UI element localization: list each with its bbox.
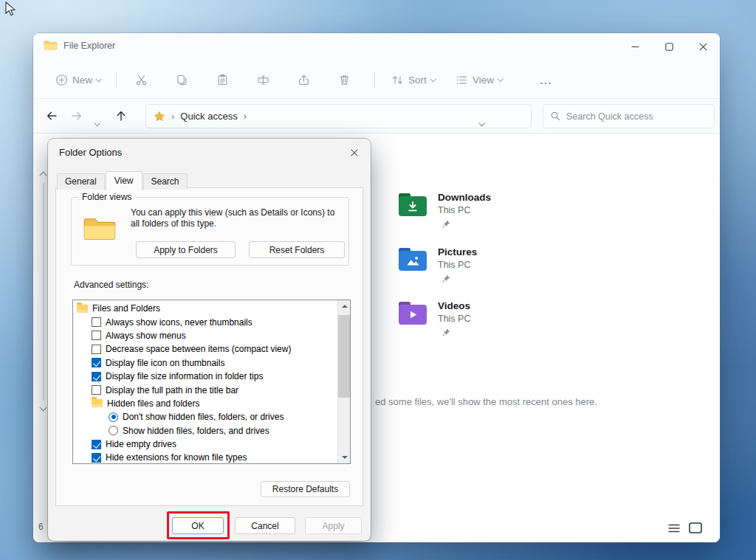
folder-views-description: You can apply this view (such as Details… [131, 207, 343, 229]
maximize-button[interactable] [652, 33, 686, 61]
advanced-setting-label: Always show icons, never thumbnails [106, 317, 252, 328]
item-location: This PC [438, 314, 470, 324]
advanced-setting-row[interactable]: Don't show hidden files, folders, or dri… [73, 410, 337, 424]
scroll-up-icon[interactable] [40, 172, 47, 179]
rename-button[interactable] [257, 61, 269, 99]
quick-access-item[interactable]: DownloadsThis PC [399, 192, 694, 239]
paste-button[interactable] [216, 61, 229, 99]
advanced-setting-label: Hide empty drives [106, 439, 176, 449]
scrollbar-thumb[interactable] [338, 315, 350, 398]
minimize-button[interactable] [618, 33, 652, 61]
advanced-setting-label: Hidden files and folders [107, 398, 199, 409]
tab-view[interactable]: View [106, 171, 142, 190]
pin-icon [442, 326, 470, 339]
search-input[interactable] [566, 111, 699, 122]
advanced-setting-row[interactable]: Hide extensions for known file types [73, 451, 337, 464]
address-dropdown-button[interactable] [480, 114, 484, 128]
up-button[interactable] [114, 109, 128, 125]
desktop: File Explorer New [0, 0, 756, 560]
advanced-setting-row[interactable]: Show hidden files, folders, and drives [73, 424, 337, 438]
pin-icon [442, 272, 477, 286]
scroll-down-icon[interactable] [40, 404, 47, 412]
recent-files-hint: ed some files, we'll show the most recen… [375, 396, 597, 407]
app-tab: File Explorer [44, 40, 115, 51]
checkbox[interactable] [92, 345, 101, 354]
search-box[interactable] [543, 104, 715, 128]
titlebar[interactable]: File Explorer [33, 33, 720, 61]
folder-icon [44, 40, 58, 51]
dialog-title: Folder Options [59, 147, 122, 158]
advanced-setting-row[interactable]: Hidden files and folders [73, 397, 337, 410]
toolbar-separator [374, 72, 375, 88]
share-button[interactable] [298, 61, 310, 99]
radio-button[interactable] [109, 412, 118, 422]
downloads-folder-icon [399, 193, 427, 216]
cut-button[interactable] [135, 61, 148, 99]
checkbox[interactable] [92, 440, 101, 449]
advanced-setting-row[interactable]: Display file size information in folder … [73, 370, 337, 383]
advanced-setting-label: Files and Folders [92, 303, 160, 314]
view-icon [456, 74, 468, 86]
quick-access-star-icon [154, 111, 165, 122]
delete-button[interactable] [338, 61, 351, 99]
view-button[interactable]: View [456, 61, 503, 99]
copy-button[interactable] [176, 61, 188, 99]
details-view-icon[interactable] [668, 524, 680, 533]
list-scrollbar[interactable] [337, 300, 350, 463]
cut-icon [135, 74, 148, 86]
new-button[interactable]: New [55, 61, 101, 99]
scroll-up-arrow-icon[interactable] [342, 305, 348, 308]
apply-to-folders-button[interactable]: Apply to Folders [136, 241, 236, 258]
thumbnail-view-icon[interactable] [689, 522, 702, 533]
advanced-setting-label: Decrease space between items (compact vi… [106, 344, 291, 354]
copy-icon [176, 74, 188, 86]
chevron-down-icon [430, 76, 436, 82]
advanced-setting-row[interactable]: Always show icons, never thumbnails [73, 315, 337, 328]
advanced-setting-row[interactable]: Files and Folders [73, 302, 337, 315]
checkbox[interactable] [92, 317, 101, 327]
see-more-button[interactable]: … [539, 61, 553, 99]
breadcrumb-separator[interactable]: › [244, 111, 247, 122]
forward-button[interactable] [70, 109, 83, 125]
advanced-setting-row[interactable]: Display file icon on thumbnails [73, 356, 337, 370]
delete-icon [338, 74, 351, 86]
cancel-button[interactable]: Cancel [235, 517, 295, 534]
apply-button[interactable]: Apply [305, 517, 362, 534]
checkbox[interactable] [92, 358, 101, 367]
checkbox[interactable] [92, 453, 101, 463]
sort-button[interactable]: Sort [391, 61, 435, 99]
restore-defaults-button[interactable]: Restore Defaults [261, 481, 350, 497]
advanced-setting-row[interactable]: Always show menus [73, 329, 337, 342]
address-bar[interactable]: › Quick access › [145, 104, 532, 128]
pictures-folder-icon [399, 248, 427, 271]
back-button[interactable] [45, 109, 58, 125]
advanced-settings-list[interactable]: Files and FoldersAlways show icons, neve… [72, 300, 351, 464]
reset-folders-button[interactable]: Reset Folders [249, 241, 345, 258]
advanced-setting-label: Hide extensions for known file types [106, 452, 247, 463]
tab-search[interactable]: Search [143, 173, 188, 190]
checkbox[interactable] [92, 372, 101, 381]
checkbox[interactable] [92, 385, 101, 395]
radio-button[interactable] [109, 426, 118, 435]
view-label: View [472, 75, 494, 86]
checkbox[interactable] [92, 331, 101, 340]
tab-general[interactable]: General [57, 173, 105, 190]
pin-icon [442, 218, 491, 231]
recent-locations-button[interactable] [95, 114, 100, 128]
new-icon [55, 74, 68, 86]
quick-access-item[interactable]: VideosThis PC [399, 300, 694, 348]
scroll-down-arrow-icon[interactable] [342, 456, 348, 459]
item-name: Pictures [438, 246, 477, 257]
advanced-setting-row[interactable]: Display the full path in the title bar [73, 383, 337, 396]
folder-icon [77, 305, 88, 313]
mouse-cursor [4, 1, 19, 18]
dialog-close-button[interactable] [345, 144, 364, 162]
nav-pane-scrollbar[interactable] [43, 183, 44, 401]
quick-access-item[interactable]: PicturesThis PC [399, 246, 694, 294]
advanced-setting-row[interactable]: Hide empty drives [73, 438, 337, 451]
chevron-down-icon [498, 76, 504, 82]
item-location: This PC [438, 205, 491, 215]
close-button[interactable] [686, 33, 720, 61]
breadcrumb-quick-access[interactable]: Quick access [180, 111, 237, 122]
advanced-setting-row[interactable]: Decrease space between items (compact vi… [73, 342, 337, 356]
